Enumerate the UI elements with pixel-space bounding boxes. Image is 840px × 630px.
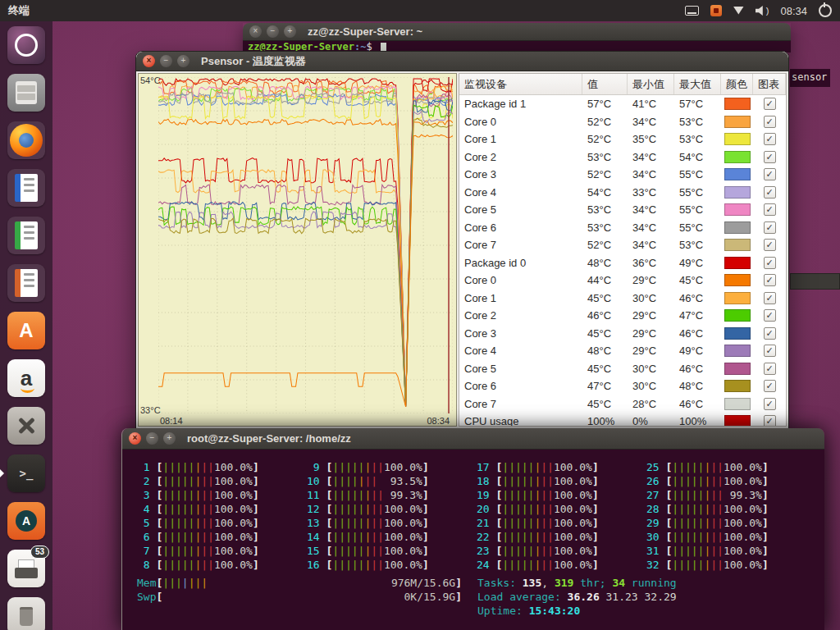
launcher-item-settings[interactable]	[7, 407, 45, 445]
chart-checkbox[interactable]: ✓	[764, 309, 776, 322]
chart-checkbox[interactable]: ✓	[764, 274, 776, 286]
table-row[interactable]: Core 653°C34°C55°C✓	[459, 219, 786, 237]
launcher-item-printer[interactable]: 53	[7, 550, 45, 587]
sensor-color-cell[interactable]	[721, 377, 753, 395]
table-row[interactable]: Core 052°C34°C53°C✓	[459, 113, 786, 131]
table-row[interactable]: Core 752°C34°C53°C✓	[459, 236, 786, 254]
chart-checkbox[interactable]: ✓	[764, 98, 776, 110]
table-row[interactable]: Core 345°C29°C46°C✓	[459, 325, 786, 343]
sensor-color-cell[interactable]	[721, 413, 753, 427]
table-row[interactable]: CPU usage100%0%100%✓	[459, 413, 786, 427]
sensor-color-cell[interactable]	[721, 166, 753, 184]
table-row[interactable]: Core 145°C30°C46°C✓	[459, 290, 786, 308]
launcher-item-impress[interactable]	[7, 264, 45, 302]
keyboard-indicator-icon[interactable]	[685, 3, 699, 18]
clock[interactable]: 08:34	[780, 5, 807, 17]
maximize-button[interactable]: +	[163, 432, 176, 445]
table-row[interactable]: Core 044°C29°C45°C✓	[459, 272, 786, 290]
psensor-titlebar[interactable]: × − + Psensor - 温度监视器	[136, 52, 788, 71]
table-row[interactable]: Core 152°C35°C53°C✓	[459, 130, 786, 148]
volume-icon[interactable]: )	[756, 3, 769, 18]
network-icon[interactable]	[733, 3, 744, 18]
minimize-button[interactable]: −	[267, 25, 279, 38]
minimize-button[interactable]: −	[146, 432, 158, 445]
chart-checkbox[interactable]: ✓	[764, 257, 776, 269]
chart-checkbox[interactable]: ✓	[764, 380, 776, 392]
sensor-min: 29°C	[628, 327, 674, 340]
close-button[interactable]: ×	[129, 432, 141, 445]
table-row[interactable]: Core 454°C33°C55°C✓	[459, 184, 786, 202]
chart-checkbox[interactable]: ✓	[764, 398, 776, 410]
sensor-color-cell[interactable]	[721, 148, 753, 167]
sensor-color-cell[interactable]	[721, 236, 753, 254]
sensor-color-cell[interactable]	[721, 254, 753, 272]
table-row[interactable]: Core 647°C30°C48°C✓	[459, 377, 786, 395]
bg-terminal-titlebar[interactable]: × − + zz@zz-Super-Server: ~	[243, 23, 791, 41]
sensor-color-cell[interactable]	[721, 95, 753, 113]
table-row[interactable]: Package id 048°C36°C49°C✓	[459, 254, 786, 272]
sensor-color-cell[interactable]	[721, 219, 753, 237]
launcher-item-terminal[interactable]: >_	[7, 454, 45, 492]
launcher-item-files[interactable]	[7, 74, 45, 112]
chart-checkbox[interactable]: ✓	[764, 203, 776, 216]
launcher-item-writer[interactable]	[7, 169, 45, 207]
table-row[interactable]: Core 448°C29°C49°C✓	[459, 342, 786, 360]
chart-checkbox[interactable]: ✓	[764, 327, 776, 340]
chart-checkbox[interactable]: ✓	[764, 415, 776, 427]
table-row[interactable]: Core 745°C28°C46°C✓	[459, 395, 786, 413]
sensor-color-cell[interactable]	[721, 360, 753, 378]
launcher-item-dash[interactable]	[7, 26, 45, 64]
sensor-color-cell[interactable]	[721, 130, 753, 148]
chart-checkbox[interactable]: ✓	[764, 151, 776, 163]
column-header-1[interactable]: 值	[582, 74, 628, 94]
sensor-color-cell[interactable]	[721, 290, 753, 308]
maximize-button[interactable]: +	[284, 25, 296, 38]
column-header-0[interactable]: 监视设备	[459, 74, 582, 94]
table-row[interactable]: Core 545°C30°C46°C✓	[459, 360, 786, 378]
column-header-3[interactable]: 最大值	[674, 74, 721, 94]
table-row[interactable]: Core 253°C34°C54°C✓	[459, 148, 786, 167]
power-icon[interactable]	[819, 3, 832, 18]
sensor-color-cell[interactable]	[721, 307, 753, 325]
column-header-5[interactable]: 图表	[753, 74, 786, 94]
launcher-item-trash[interactable]	[7, 597, 45, 630]
close-button[interactable]: ×	[143, 55, 155, 67]
launcher-item-software[interactable]: A	[7, 312, 45, 349]
close-button[interactable]: ×	[249, 25, 262, 38]
maximize-button[interactable]: +	[177, 55, 189, 67]
htop-titlebar[interactable]: × − + root@zz-Super-Server: /home/zz	[122, 428, 824, 450]
table-row[interactable]: Core 352°C34°C55°C✓	[459, 166, 786, 184]
table-row[interactable]: Core 553°C34°C55°C✓	[459, 201, 786, 219]
sensor-color-cell[interactable]	[721, 201, 753, 219]
launcher-item-firefox[interactable]	[7, 121, 45, 159]
chart-checkbox[interactable]: ✓	[764, 168, 776, 180]
chart-checkbox[interactable]: ✓	[764, 116, 776, 128]
minimize-button[interactable]: −	[160, 55, 172, 67]
screen-record-icon[interactable]	[710, 3, 722, 18]
chart-checkbox[interactable]: ✓	[764, 239, 776, 251]
app-menu[interactable]: 终端	[8, 3, 30, 18]
cpu-meter-27: 27 [|||||||| 99.3%]	[646, 488, 816, 502]
chart-checkbox[interactable]: ✓	[764, 363, 776, 375]
chart-checkbox[interactable]: ✓	[764, 133, 776, 145]
launcher-item-software-center[interactable]: A	[7, 502, 45, 540]
chart-checkbox[interactable]: ✓	[764, 221, 776, 234]
table-row[interactable]: Package id 157°C41°C57°C✓	[459, 95, 786, 113]
launcher-item-calc[interactable]	[7, 217, 45, 254]
sensor-color-cell[interactable]	[721, 395, 753, 413]
sensor-color-cell[interactable]	[721, 184, 753, 202]
column-header-4[interactable]: 颜色	[721, 74, 753, 94]
sensor-color-cell[interactable]	[721, 113, 753, 131]
cpu-meter-1: 1 [||||||||100.0%]	[137, 460, 307, 474]
chart-checkbox[interactable]: ✓	[764, 345, 776, 357]
table-row[interactable]: Core 246°C29°C47°C✓	[459, 307, 786, 325]
chart-checkbox[interactable]: ✓	[764, 292, 776, 304]
launcher-item-amazon[interactable]: a	[7, 359, 45, 397]
sensor-color-cell[interactable]	[721, 325, 753, 343]
sensor-color-cell[interactable]	[721, 272, 753, 290]
column-header-2[interactable]: 最小值	[628, 74, 674, 94]
cpu-meter-23: 23 [||||||||100.0%]	[477, 544, 646, 558]
htop-content[interactable]: 1 [||||||||100.0%] 9 [||||||||100.0%]17 …	[122, 450, 824, 630]
sensor-color-cell[interactable]	[721, 342, 753, 360]
chart-checkbox[interactable]: ✓	[764, 186, 776, 199]
